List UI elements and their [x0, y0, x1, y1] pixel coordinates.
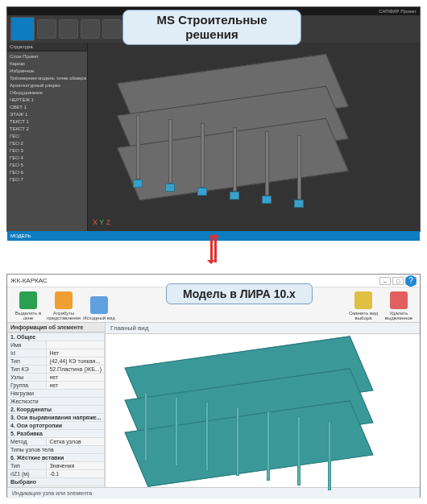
- tree-item[interactable]: ГЕО 4: [10, 155, 85, 162]
- tree-item[interactable]: Каркас: [10, 60, 85, 68]
- tree-item[interactable]: ГЕО 6: [10, 169, 85, 176]
- tree-item[interactable]: Трёхмерная модель точек обмера: [10, 75, 85, 82]
- tree-item[interactable]: ГЕО 7: [10, 176, 85, 184]
- ms-3d-viewport[interactable]: X Y Z: [88, 43, 420, 231]
- lira-app-window: ЖК-КАРКАС – □ × ? Выделить в окне Атрибу…: [6, 274, 421, 498]
- tree-item[interactable]: СВЕТ 1: [10, 104, 85, 111]
- ms-caption-badge: MS Строительныерешения: [122, 10, 301, 45]
- ms-sidebar[interactable]: Структура Слои Проект Каркас Избранное Т…: [7, 43, 88, 231]
- properties-table: 1. Общее Имя IdНет Тип(42,44) КЭ тонкая.…: [7, 333, 105, 487]
- prop-group[interactable]: 1. Общее: [8, 333, 105, 341]
- select-in-window-button[interactable]: Выделить в окне: [12, 290, 44, 320]
- axis-indicator-icon: X Y Z: [93, 218, 110, 226]
- tree-item[interactable]: ЭТАЖ 1: [10, 111, 85, 118]
- ms-ribbon-button[interactable]: [37, 19, 56, 39]
- lira-3d-viewport[interactable]: Главный вид: [106, 323, 420, 487]
- lira-properties-panel[interactable]: Информация об элементе 1. Общее Имя IdНе…: [7, 323, 106, 487]
- viewport-tab[interactable]: Главный вид: [106, 323, 420, 334]
- lira-statusbar: Индикация узла или элемента: [7, 487, 420, 498]
- tree-item[interactable]: ТЕКСТ 1: [10, 118, 85, 126]
- tree-item[interactable]: ГЕО 2: [10, 140, 85, 147]
- help-icon[interactable]: ?: [405, 275, 417, 287]
- maximize-button[interactable]: □: [392, 277, 404, 285]
- tree-item[interactable]: ГЕО 3: [10, 147, 85, 155]
- ms-tree[interactable]: Слои Проект Каркас Избранное Трёхмерная …: [7, 52, 87, 185]
- tree-item[interactable]: ТЕКСТ 2: [10, 126, 85, 133]
- ms-ribbon-button[interactable]: [59, 19, 78, 39]
- ms-sidebar-header: Структура: [7, 43, 87, 52]
- bidirectional-arrows-icon: [200, 235, 227, 271]
- tree-item[interactable]: Архитектурный разрез: [10, 82, 85, 89]
- delete-selection-button[interactable]: Удалить выделенное: [383, 290, 415, 320]
- tree-item[interactable]: Оборудование: [10, 89, 85, 97]
- tree-item[interactable]: Избранное: [10, 68, 85, 75]
- tree-item[interactable]: ГЕО 5: [10, 162, 85, 169]
- source-view-button[interactable]: Исходный вид: [83, 290, 115, 320]
- tree-item[interactable]: ГЕО: [10, 133, 85, 140]
- ms-ribbon-button[interactable]: [102, 19, 122, 39]
- ms-ribbon-button[interactable]: [81, 19, 100, 39]
- lira-caption-badge: Модель в ЛИРА 10.x: [166, 283, 313, 304]
- tree-item[interactable]: ЧЕРТЕЖ 1: [10, 97, 85, 104]
- lira-building-model: [120, 344, 402, 473]
- ms-building-model: [104, 59, 378, 204]
- tree-item[interactable]: Слои Проект: [10, 53, 85, 60]
- ms-ribbon-main-button[interactable]: [10, 17, 35, 41]
- change-view-button[interactable]: Сменить вид выбора: [347, 290, 379, 320]
- ms-title-right: САПФИР Проект: [379, 9, 417, 14]
- props-title: Информация об элементе: [7, 323, 105, 333]
- attributes-button[interactable]: Атрибуты представления: [48, 290, 80, 320]
- lira-title-text: ЖК-КАРКАС: [10, 277, 48, 284]
- minimize-button[interactable]: –: [379, 277, 391, 285]
